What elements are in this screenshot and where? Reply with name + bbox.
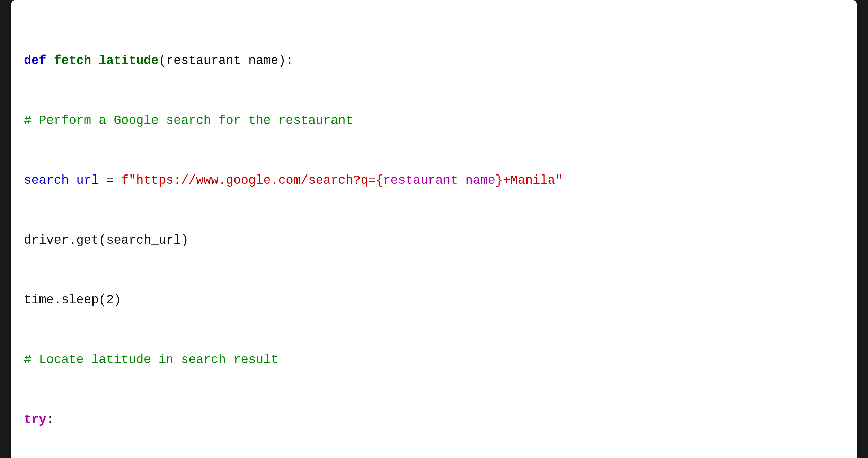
code-block: def fetch_latitude(restaurant_name): # P… <box>24 11 844 458</box>
line-7: try: <box>24 410 844 430</box>
line-6: # Locate latitude in search result <box>24 350 844 370</box>
line-5: time.sleep(2) <box>24 290 844 310</box>
line-3: search_url = f"https://www.google.com/se… <box>24 171 844 191</box>
line-4: driver.get(search_url) <box>24 231 844 251</box>
code-container: def fetch_latitude(restaurant_name): # P… <box>11 0 857 458</box>
line-2: # Perform a Google search for the restau… <box>24 111 844 131</box>
line-1: def fetch_latitude(restaurant_name): <box>24 51 844 71</box>
